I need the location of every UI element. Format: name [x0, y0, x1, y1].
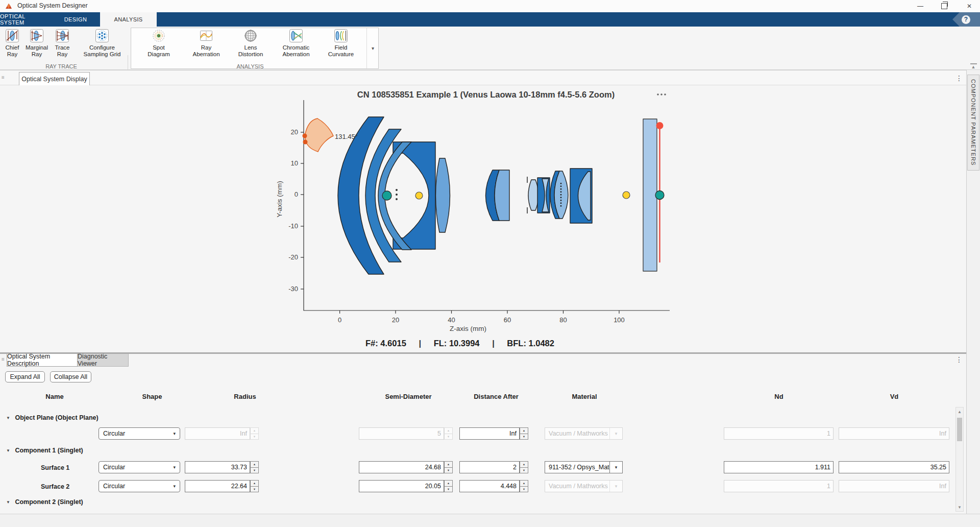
spinner-down-icon[interactable]: ▼: [444, 434, 453, 440]
minimize-button[interactable]: —: [912, 0, 929, 12]
spinner-up-icon[interactable]: ▲: [520, 461, 528, 468]
lens-element[interactable]: [436, 158, 450, 232]
group-component-2[interactable]: ▼ Component 2 (Singlet): [6, 498, 83, 506]
expander-icon[interactable]: ▼: [6, 448, 10, 453]
spinner-down-icon[interactable]: ▼: [520, 468, 528, 474]
radius-spinner[interactable]: ▲ ▼: [250, 480, 259, 492]
chromatic-aberration-button[interactable]: Chromatic Aberration: [273, 29, 319, 58]
chart-options-icon[interactable]: [657, 93, 666, 95]
spinner-down-icon[interactable]: ▼: [250, 468, 259, 474]
tab-optical-system[interactable]: OPTICAL SYSTEM: [0, 12, 51, 27]
semi-diameter-field[interactable]: 20.05: [359, 480, 444, 492]
scrollbar-thumb[interactable]: [957, 418, 962, 441]
teal-marker-dot[interactable]: [655, 191, 664, 200]
expander-icon[interactable]: ▼: [6, 500, 10, 505]
spinner-up-icon[interactable]: ▲: [444, 427, 453, 434]
lens-element[interactable]: [338, 117, 384, 274]
lens-element[interactable]: [393, 142, 435, 249]
restore-icon: [941, 3, 947, 9]
vd-field[interactable]: 35.25: [839, 461, 949, 473]
spinner-down-icon[interactable]: ▼: [520, 434, 528, 440]
tab-design[interactable]: DESIGN: [51, 12, 100, 27]
semi-diameter-spinner[interactable]: ▲ ▼: [444, 461, 453, 473]
collapse-panel-button[interactable]: ▲: [969, 63, 978, 73]
lens-distortion-button[interactable]: Lens Distortion: [228, 29, 274, 58]
distance-after-field[interactable]: 2: [459, 461, 520, 473]
distance-after-spinner[interactable]: ▲ ▼: [520, 480, 528, 492]
trace-ray-button[interactable]: Trace Ray: [39, 29, 85, 58]
distance-after-spinner[interactable]: ▲ ▼: [520, 427, 528, 440]
spinner-down-icon[interactable]: ▼: [444, 468, 453, 474]
gallery-expand-button[interactable]: ▾: [366, 28, 379, 68]
tab-diagnostic-viewer[interactable]: Diagnostic Viewer: [78, 354, 129, 367]
expander-icon[interactable]: ▼: [6, 416, 10, 420]
radius-field[interactable]: Inf: [185, 427, 250, 440]
nd-field[interactable]: 1.911: [724, 461, 834, 473]
group-object-plane[interactable]: ▼ Object Plane (Object Plane): [6, 414, 99, 421]
tab-analysis[interactable]: ANALYSIS: [100, 12, 157, 27]
material-dropdown[interactable]: Vacuum / Mathworks ▾: [545, 480, 623, 492]
spinner-down-icon[interactable]: ▼: [250, 434, 259, 440]
nd-field[interactable]: 1: [724, 427, 834, 440]
nd-field[interactable]: 1: [724, 480, 834, 492]
shape-dropdown[interactable]: Circular ▾: [99, 480, 180, 492]
ray-aberration-button[interactable]: Ray Aberration: [183, 29, 229, 58]
distance-after-field[interactable]: Inf: [459, 427, 520, 440]
material-dropdown[interactable]: Vacuum / Mathworks ▾: [545, 427, 623, 440]
spinner-up-icon[interactable]: ▲: [250, 461, 259, 468]
distance-after-spinner[interactable]: ▲ ▼: [520, 461, 528, 473]
expand-all-button[interactable]: Expand All: [5, 371, 45, 382]
spinner-up-icon[interactable]: ▲: [444, 461, 453, 468]
vd-field[interactable]: Inf: [839, 427, 949, 440]
restore-button[interactable]: [936, 0, 953, 12]
fov-fan[interactable]: [305, 118, 333, 152]
display-panel-menu-icon[interactable]: ⋮: [955, 75, 963, 82]
table-scrollbar[interactable]: ▲ ▼: [955, 407, 964, 512]
teal-marker-dot[interactable]: [382, 191, 391, 200]
radius-spinner[interactable]: ▲ ▼: [250, 461, 259, 473]
panel-grip-icon[interactable]: ≡: [2, 356, 5, 362]
description-panel-menu-icon[interactable]: ⋮: [955, 356, 963, 363]
spinner-down-icon[interactable]: ▼: [520, 487, 528, 493]
configure-sampling-grid-button[interactable]: Configure Sampling Grid: [79, 29, 125, 58]
filter-block[interactable]: [643, 119, 657, 271]
yellow-marker-dot[interactable]: [415, 192, 423, 199]
spinner-up-icon[interactable]: ▲: [444, 480, 453, 487]
scroll-down-icon[interactable]: ▼: [956, 504, 963, 511]
radius-field[interactable]: 33.73: [185, 461, 250, 473]
radius-field[interactable]: 22.64: [185, 480, 250, 492]
tab-component-parameters[interactable]: COMPONENT PARAMETERS: [967, 75, 979, 171]
fov-marker-dot[interactable]: [303, 134, 307, 138]
help-button[interactable]: ?: [952, 12, 980, 27]
distance-after-field[interactable]: 4.448: [459, 480, 520, 492]
spinner-up-icon[interactable]: ▲: [250, 480, 259, 487]
lens-element[interactable]: [528, 180, 538, 210]
tab-optical-system-description[interactable]: Optical System Description: [7, 354, 78, 367]
yellow-marker-dot[interactable]: [623, 191, 630, 199]
semi-diameter-spinner[interactable]: ▲ ▼: [444, 480, 453, 492]
semi-diameter-spinner[interactable]: ▲ ▼: [444, 427, 453, 440]
tab-optical-system-display[interactable]: Optical System Display: [19, 72, 90, 86]
spinner-down-icon[interactable]: ▼: [250, 487, 259, 493]
semi-diameter-field[interactable]: 24.68: [359, 461, 444, 473]
red-marker-dot[interactable]: [656, 122, 664, 129]
group-component-1[interactable]: ▼ Component 1 (Singlet): [6, 447, 83, 454]
spot-diagram-button[interactable]: Spot Diagram: [136, 29, 182, 58]
lens-element[interactable]: [495, 170, 509, 221]
fov-marker-dot[interactable]: [303, 140, 308, 145]
semi-diameter-field[interactable]: 5: [359, 427, 444, 440]
close-button[interactable]: ✕: [961, 0, 978, 12]
scroll-up-icon[interactable]: ▲: [956, 408, 963, 415]
field-curvature-button[interactable]: Field Curvature: [318, 29, 364, 58]
spinner-up-icon[interactable]: ▲: [250, 427, 259, 434]
vd-field[interactable]: Inf: [839, 480, 949, 492]
material-dropdown[interactable]: 911-352 / Opsys_Materials ▾: [545, 461, 623, 473]
spinner-up-icon[interactable]: ▲: [520, 480, 528, 487]
spinner-up-icon[interactable]: ▲: [520, 427, 528, 434]
shape-dropdown[interactable]: Circular ▾: [99, 461, 180, 473]
collapse-all-button[interactable]: Collapse All: [50, 371, 91, 382]
panel-grip-icon[interactable]: ≡: [2, 75, 5, 80]
spinner-down-icon[interactable]: ▼: [444, 487, 453, 493]
shape-dropdown[interactable]: Circular ▾: [99, 427, 180, 440]
radius-spinner[interactable]: ▲ ▼: [250, 427, 259, 440]
